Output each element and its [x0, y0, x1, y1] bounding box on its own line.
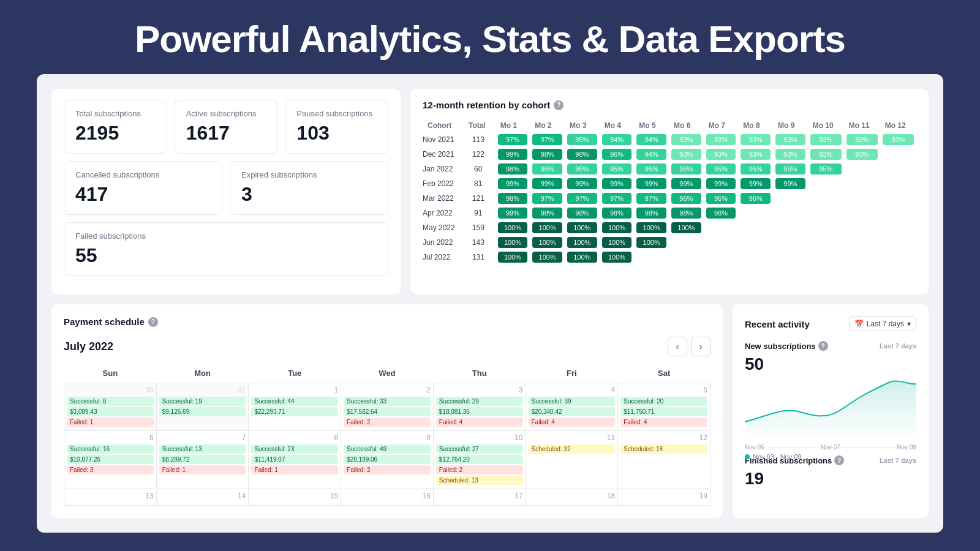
retention-cell: 98%	[530, 147, 565, 162]
day-number: 9	[344, 433, 431, 442]
date-filter-button[interactable]: 📅 Last 7 days ▾	[849, 317, 916, 331]
retention-cell: 95%	[565, 162, 600, 176]
retention-cell: 97%	[530, 191, 565, 206]
retention-row: Nov 202111397%97%95%94%94%93%93%93%93%93…	[423, 132, 916, 147]
calendar-nav: ‹ ›	[668, 337, 710, 356]
stats-panel: Total subscriptions 2195 Active subscrip…	[51, 89, 401, 294]
cal-tag-amount: $3,089.43	[67, 407, 154, 416]
retention-cell: 96%	[704, 191, 739, 206]
activity-panel: Recent activity 📅 Last 7 days ▾ New subs…	[733, 304, 929, 518]
cal-tag-failed: Failed: 3	[67, 465, 154, 474]
calendar-day: 11Scheduled: 32	[526, 431, 618, 489]
calendar-day-header: Wed	[341, 364, 434, 383]
retention-cell: 95%	[530, 162, 565, 176]
retention-cell: 100%	[600, 220, 635, 235]
active-label: Active subscriptions	[186, 109, 266, 118]
calendar-day: 14	[156, 489, 249, 506]
new-subs-value: 50	[745, 354, 916, 374]
day-number: 10	[436, 433, 523, 442]
retention-cell	[880, 206, 916, 220]
cal-tag-success: Successful: 29	[436, 397, 523, 406]
paused-subscriptions-card: Paused subscriptions 103	[285, 100, 388, 154]
new-subs-section: New subscriptions ? Last 7 days	[745, 341, 916, 351]
retention-cell: 100%	[669, 220, 704, 235]
retention-cell: 98%	[565, 206, 600, 220]
retention-cell	[738, 220, 773, 235]
retention-cohort: Jul 2022	[423, 250, 464, 264]
retention-help-icon[interactable]: ?	[554, 100, 564, 110]
calendar-day: 2Successful: 33$17,582.64Failed: 2	[341, 383, 434, 431]
chart-legend-label: Nov 03 - Nov 09	[753, 453, 801, 460]
cal-tag-success: Successful: 20	[620, 397, 707, 406]
calendar-day-header: Sun	[64, 364, 157, 383]
retention-cell: 98%	[496, 191, 530, 206]
retention-cell	[704, 235, 739, 250]
retention-cell: 93%	[669, 132, 704, 147]
retention-cell: 99%	[496, 176, 530, 191]
cal-tag-success: Successful: 33	[344, 397, 431, 406]
new-subs-help-icon[interactable]: ?	[818, 341, 828, 351]
calendar-day: 5Successful: 20$11,750.71Failed: 4	[618, 383, 710, 431]
calendar-day: 6Successful: 16$10,077.26Failed: 3	[64, 431, 157, 489]
retention-cell: 98%	[634, 206, 669, 220]
retention-cell: 99%	[530, 176, 565, 191]
retention-cell	[880, 250, 916, 264]
retention-cohort: Jun 2022	[423, 235, 464, 250]
day-number: 30	[67, 386, 154, 394]
cal-tag-success: Successful: 23	[251, 444, 338, 454]
retention-cohort: Apr 2022	[423, 206, 464, 220]
retention-total: 159	[464, 220, 496, 235]
retention-cell	[773, 191, 808, 206]
retention-cohort: Mar 2022	[423, 191, 464, 206]
cal-tag-success: $12,764.20	[436, 455, 523, 464]
retention-panel: 12-month retention by cohort ? CohortTot…	[410, 89, 929, 294]
cal-tag-success: Successful: 44	[251, 397, 338, 406]
prev-month-button[interactable]: ‹	[668, 337, 687, 356]
retention-cell	[808, 250, 844, 264]
calendar-day: 10Successful: 27$12,764.20Failed: 2Sched…	[433, 431, 526, 489]
retention-total: 81	[464, 176, 496, 191]
cancelled-value: 417	[75, 183, 211, 206]
expired-label: Expired subscriptions	[241, 170, 377, 179]
retention-col-mo9: Mo 9	[773, 119, 808, 132]
retention-cell: 100%	[565, 235, 600, 250]
calendar-day: 3Successful: 29$18,081.36Failed: 4	[433, 383, 526, 431]
retention-cell: 98%	[669, 206, 704, 220]
retention-row: Mar 202212198%97%97%97%97%96%96%96%	[423, 191, 916, 206]
next-month-button[interactable]: ›	[691, 337, 710, 356]
retention-cell: 97%	[634, 191, 669, 206]
retention-col-mo7: Mo 7	[704, 119, 739, 132]
payment-help-icon[interactable]: ?	[148, 317, 158, 327]
day-number: 1	[251, 386, 338, 394]
retention-col-mo5: Mo 5	[634, 119, 669, 132]
cal-tag-failed: Failed: 1	[67, 418, 154, 427]
cal-tag-success: Successful: 49	[344, 444, 431, 454]
calendar-day-header: Fri	[526, 364, 618, 383]
cal-tag-success: $22,293.71	[251, 407, 338, 416]
retention-cell	[844, 220, 880, 235]
retention-cell: 95%	[565, 132, 600, 147]
retention-cell: 93%	[808, 132, 844, 147]
top-section: Total subscriptions 2195 Active subscrip…	[51, 89, 929, 294]
retention-cell: 95%	[738, 162, 773, 176]
retention-total: 121	[464, 191, 496, 206]
calendar-day: 7Successful: 13$8,289.72Failed: 1	[156, 431, 249, 489]
day-number: 13	[67, 492, 154, 500]
retention-cell: 95%	[669, 162, 704, 176]
calendar-day: 17	[433, 489, 526, 506]
retention-col-mo12: Mo 12	[880, 119, 916, 132]
total-subscriptions-card: Total subscriptions 2195	[64, 100, 167, 154]
failed-value: 55	[75, 244, 377, 267]
retention-cohort: Jan 2022	[423, 162, 464, 176]
day-number: 11	[529, 433, 616, 442]
retention-cell: 96%	[738, 191, 773, 206]
retention-cell: 95%	[600, 162, 635, 176]
retention-cohort: Dec 2021	[423, 147, 464, 162]
retention-cell	[773, 235, 808, 250]
calendar-day: 12Scheduled: 18	[618, 431, 710, 489]
retention-cell: 100%	[634, 220, 669, 235]
calendar-day: 15	[249, 489, 341, 506]
retention-row: Jul 2022131100%100%100%100%	[423, 250, 916, 264]
retention-total: 91	[464, 206, 496, 220]
retention-cell	[880, 162, 916, 176]
